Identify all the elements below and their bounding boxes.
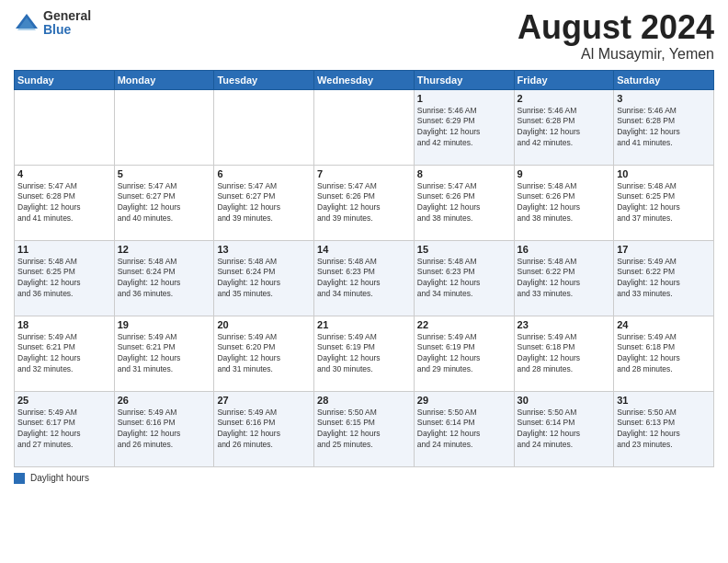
calendar-cell: 9Sunrise: 5:48 AM Sunset: 6:26 PM Daylig…: [514, 165, 614, 240]
day-info: Sunrise: 5:47 AM Sunset: 6:27 PM Dayligh…: [118, 181, 211, 225]
day-info: Sunrise: 5:47 AM Sunset: 6:26 PM Dayligh…: [417, 181, 511, 225]
calendar-cell: 10Sunrise: 5:48 AM Sunset: 6:25 PM Dayli…: [614, 165, 714, 240]
day-info: Sunrise: 5:49 AM Sunset: 6:18 PM Dayligh…: [518, 332, 611, 376]
day-number: 2: [518, 93, 611, 104]
day-info: Sunrise: 5:49 AM Sunset: 6:20 PM Dayligh…: [217, 332, 311, 376]
month-title: August 2024: [518, 9, 714, 46]
weekday-header-thursday: Thursday: [414, 70, 514, 89]
calendar-cell: 25Sunrise: 5:49 AM Sunset: 6:17 PM Dayli…: [15, 391, 115, 466]
calendar-cell: 29Sunrise: 5:50 AM Sunset: 6:14 PM Dayli…: [414, 391, 514, 466]
day-info: Sunrise: 5:49 AM Sunset: 6:16 PM Dayligh…: [118, 408, 211, 452]
title-block: August 2024 Al Musaymir, Yemen: [518, 9, 714, 63]
weekday-header-tuesday: Tuesday: [214, 70, 314, 89]
day-number: 29: [417, 395, 511, 406]
day-number: 24: [617, 319, 711, 330]
logo: General Blue: [14, 9, 91, 38]
day-info: Sunrise: 5:50 AM Sunset: 6:14 PM Dayligh…: [417, 408, 511, 452]
calendar-cell: 14Sunrise: 5:48 AM Sunset: 6:23 PM Dayli…: [314, 240, 415, 316]
day-info: Sunrise: 5:48 AM Sunset: 6:23 PM Dayligh…: [417, 257, 511, 301]
day-info: Sunrise: 5:49 AM Sunset: 6:17 PM Dayligh…: [17, 408, 111, 452]
day-number: 16: [518, 244, 611, 255]
day-info: Sunrise: 5:50 AM Sunset: 6:15 PM Dayligh…: [317, 408, 411, 452]
calendar-cell: [15, 89, 115, 165]
legend: Daylight hours: [14, 473, 714, 484]
day-number: 23: [518, 319, 611, 330]
day-info: Sunrise: 5:48 AM Sunset: 6:24 PM Dayligh…: [118, 257, 211, 301]
calendar-week-row: 1Sunrise: 5:46 AM Sunset: 6:29 PM Daylig…: [15, 89, 714, 165]
calendar-cell: 23Sunrise: 5:49 AM Sunset: 6:18 PM Dayli…: [514, 316, 614, 391]
weekday-header-monday: Monday: [114, 70, 214, 89]
calendar-cell: 13Sunrise: 5:48 AM Sunset: 6:24 PM Dayli…: [214, 240, 314, 316]
logo-blue-text: Blue: [43, 23, 91, 37]
day-number: 15: [417, 244, 511, 255]
day-number: 19: [118, 319, 211, 330]
day-info: Sunrise: 5:48 AM Sunset: 6:25 PM Dayligh…: [617, 181, 711, 225]
calendar-cell: [214, 89, 314, 165]
calendar-cell: 22Sunrise: 5:49 AM Sunset: 6:19 PM Dayli…: [414, 316, 514, 391]
calendar-week-row: 18Sunrise: 5:49 AM Sunset: 6:21 PM Dayli…: [15, 316, 714, 391]
calendar-cell: [314, 89, 415, 165]
calendar-cell: 18Sunrise: 5:49 AM Sunset: 6:21 PM Dayli…: [15, 316, 115, 391]
calendar-cell: 4Sunrise: 5:47 AM Sunset: 6:28 PM Daylig…: [15, 165, 115, 240]
weekday-header-wednesday: Wednesday: [314, 70, 415, 89]
calendar-cell: 12Sunrise: 5:48 AM Sunset: 6:24 PM Dayli…: [114, 240, 214, 316]
day-number: 14: [317, 244, 411, 255]
calendar-cell: 5Sunrise: 5:47 AM Sunset: 6:27 PM Daylig…: [114, 165, 214, 240]
logo-general-text: General: [43, 9, 91, 23]
day-number: 21: [317, 319, 411, 330]
legend-box: [14, 473, 25, 484]
day-number: 5: [118, 168, 211, 179]
calendar-cell: 11Sunrise: 5:48 AM Sunset: 6:25 PM Dayli…: [15, 240, 115, 316]
day-info: Sunrise: 5:48 AM Sunset: 6:25 PM Dayligh…: [17, 257, 111, 301]
calendar-cell: 28Sunrise: 5:50 AM Sunset: 6:15 PM Dayli…: [314, 391, 415, 466]
day-info: Sunrise: 5:47 AM Sunset: 6:27 PM Dayligh…: [217, 181, 311, 225]
calendar-cell: 27Sunrise: 5:49 AM Sunset: 6:16 PM Dayli…: [214, 391, 314, 466]
calendar-cell: 17Sunrise: 5:49 AM Sunset: 6:22 PM Dayli…: [614, 240, 714, 316]
day-info: Sunrise: 5:50 AM Sunset: 6:13 PM Dayligh…: [617, 408, 711, 452]
day-number: 9: [518, 168, 611, 179]
calendar-cell: 15Sunrise: 5:48 AM Sunset: 6:23 PM Dayli…: [414, 240, 514, 316]
calendar-cell: 31Sunrise: 5:50 AM Sunset: 6:13 PM Dayli…: [614, 391, 714, 466]
calendar-cell: 21Sunrise: 5:49 AM Sunset: 6:19 PM Dayli…: [314, 316, 415, 391]
calendar-cell: [114, 89, 214, 165]
calendar-cell: 20Sunrise: 5:49 AM Sunset: 6:20 PM Dayli…: [214, 316, 314, 391]
location-text: Al Musaymir, Yemen: [518, 46, 714, 63]
logo-text: General Blue: [43, 9, 91, 38]
day-number: 31: [617, 395, 711, 406]
day-info: Sunrise: 5:47 AM Sunset: 6:26 PM Dayligh…: [317, 181, 411, 225]
calendar-cell: 6Sunrise: 5:47 AM Sunset: 6:27 PM Daylig…: [214, 165, 314, 240]
page-header: General Blue August 2024 Al Musaymir, Ye…: [14, 9, 714, 63]
calendar-cell: 1Sunrise: 5:46 AM Sunset: 6:29 PM Daylig…: [414, 89, 514, 165]
calendar-cell: 3Sunrise: 5:46 AM Sunset: 6:28 PM Daylig…: [614, 89, 714, 165]
calendar-table: SundayMondayTuesdayWednesdayThursdayFrid…: [14, 70, 714, 467]
calendar-cell: 30Sunrise: 5:50 AM Sunset: 6:14 PM Dayli…: [514, 391, 614, 466]
weekday-header-sunday: Sunday: [15, 70, 115, 89]
day-info: Sunrise: 5:48 AM Sunset: 6:26 PM Dayligh…: [518, 181, 611, 225]
day-number: 8: [417, 168, 511, 179]
day-number: 12: [118, 244, 211, 255]
day-number: 27: [217, 395, 311, 406]
day-number: 6: [217, 168, 311, 179]
day-info: Sunrise: 5:50 AM Sunset: 6:14 PM Dayligh…: [518, 408, 611, 452]
day-number: 3: [617, 93, 711, 104]
weekday-header-friday: Friday: [514, 70, 614, 89]
day-info: Sunrise: 5:46 AM Sunset: 6:29 PM Dayligh…: [417, 106, 511, 150]
calendar-week-row: 4Sunrise: 5:47 AM Sunset: 6:28 PM Daylig…: [15, 165, 714, 240]
logo-icon: [14, 10, 40, 36]
calendar-cell: 16Sunrise: 5:48 AM Sunset: 6:22 PM Dayli…: [514, 240, 614, 316]
day-info: Sunrise: 5:49 AM Sunset: 6:19 PM Dayligh…: [317, 332, 411, 376]
day-info: Sunrise: 5:49 AM Sunset: 6:21 PM Dayligh…: [118, 332, 211, 376]
calendar-cell: 7Sunrise: 5:47 AM Sunset: 6:26 PM Daylig…: [314, 165, 415, 240]
calendar-cell: 2Sunrise: 5:46 AM Sunset: 6:28 PM Daylig…: [514, 89, 614, 165]
day-number: 13: [217, 244, 311, 255]
calendar-cell: 26Sunrise: 5:49 AM Sunset: 6:16 PM Dayli…: [114, 391, 214, 466]
weekday-header-saturday: Saturday: [614, 70, 714, 89]
day-number: 25: [17, 395, 111, 406]
calendar-week-row: 11Sunrise: 5:48 AM Sunset: 6:25 PM Dayli…: [15, 240, 714, 316]
day-info: Sunrise: 5:47 AM Sunset: 6:28 PM Dayligh…: [17, 181, 111, 225]
day-number: 1: [417, 93, 511, 104]
day-info: Sunrise: 5:49 AM Sunset: 6:18 PM Dayligh…: [617, 332, 711, 376]
calendar-cell: 24Sunrise: 5:49 AM Sunset: 6:18 PM Dayli…: [614, 316, 714, 391]
day-number: 26: [118, 395, 211, 406]
day-info: Sunrise: 5:46 AM Sunset: 6:28 PM Dayligh…: [617, 106, 711, 150]
